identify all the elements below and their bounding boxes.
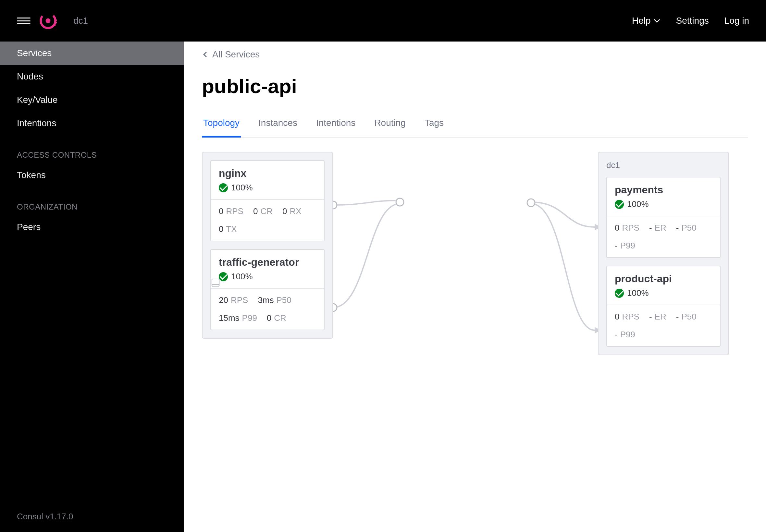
service-metrics: 0RPS -ER -P50 -P99 xyxy=(607,305,720,346)
main-content: All Services public-api Topology Instanc… xyxy=(184,42,766,532)
consul-logo-icon xyxy=(38,11,58,30)
service-card-product-api[interactable]: product-api 100% 0RPS -ER -P50 -P99 xyxy=(606,266,721,347)
health-status: 100% xyxy=(615,199,712,209)
service-metrics: 0RPS 0CR 0RX 0TX xyxy=(211,199,324,241)
settings-link[interactable]: Settings xyxy=(676,16,709,26)
breadcrumb-label: All Services xyxy=(212,49,260,60)
service-name: nginx xyxy=(219,167,316,179)
page-title: public-api xyxy=(202,75,748,98)
tabs: Topology Instances Intentions Routing Ta… xyxy=(202,118,748,138)
svg-point-2 xyxy=(54,17,56,19)
tab-instances[interactable]: Instances xyxy=(257,118,298,138)
help-menu[interactable]: Help xyxy=(632,16,661,26)
sidebar: Services Nodes Key/Value Intentions ACCE… xyxy=(0,42,184,532)
check-circle-icon xyxy=(615,289,624,298)
chevron-down-icon xyxy=(653,17,661,24)
breadcrumb-back[interactable]: All Services xyxy=(202,49,748,60)
sidebar-item-services[interactable]: Services xyxy=(0,42,184,65)
svg-point-8 xyxy=(396,198,404,206)
svg-point-3 xyxy=(55,19,57,21)
topbar-right: Help Settings Log in xyxy=(632,16,749,26)
help-label: Help xyxy=(632,16,651,26)
topology-canvas: nginx 100% 0RPS 0CR 0RX 0TX traffic-gene… xyxy=(202,152,748,398)
check-circle-icon xyxy=(615,200,624,209)
sidebar-section-org: ORGANIZATION xyxy=(0,196,184,215)
service-metrics: 0RPS -ER -P50 -P99 xyxy=(607,216,720,257)
service-name: product-api xyxy=(615,273,712,285)
service-card-nginx[interactable]: nginx 100% 0RPS 0CR 0RX 0TX xyxy=(210,160,324,241)
tab-tags[interactable]: Tags xyxy=(423,118,445,138)
sidebar-item-peers[interactable]: Peers xyxy=(0,215,184,239)
health-status: 100% xyxy=(219,272,316,282)
sidebar-item-tokens[interactable]: Tokens xyxy=(0,163,184,187)
downstream-dc-label: dc1 xyxy=(606,160,721,170)
upstreams-column: nginx 100% 0RPS 0CR 0RX 0TX traffic-gene… xyxy=(202,152,333,339)
login-link[interactable]: Log in xyxy=(724,16,749,26)
service-name: payments xyxy=(615,184,712,196)
chevron-left-icon xyxy=(202,50,208,59)
svg-point-9 xyxy=(527,199,535,207)
datacenter-selector[interactable]: dc1 xyxy=(73,16,88,26)
health-status: 100% xyxy=(615,288,712,298)
sidebar-section-access: ACCESS CONTROLS xyxy=(0,144,184,163)
sidebar-item-keyvalue[interactable]: Key/Value xyxy=(0,88,184,112)
sidebar-item-intentions[interactable]: Intentions xyxy=(0,112,184,135)
svg-point-1 xyxy=(46,18,51,23)
sidebar-item-nodes[interactable]: Nodes xyxy=(0,65,184,88)
dashboard-icon xyxy=(212,279,219,286)
tab-intentions[interactable]: Intentions xyxy=(315,118,357,138)
version-label: Consul v1.17.0 xyxy=(17,512,73,522)
downstreams-column: dc1 payments 100% 0RPS -ER -P50 -P99 xyxy=(598,152,729,355)
service-card-traffic-generator[interactable]: traffic-generator 100% 20RPS 3msP50 15ms… xyxy=(210,249,324,330)
health-status: 100% xyxy=(219,183,316,193)
menu-icon[interactable] xyxy=(17,14,30,28)
tab-topology[interactable]: Topology xyxy=(202,118,241,138)
service-card-payments[interactable]: payments 100% 0RPS -ER -P50 -P99 xyxy=(606,177,721,258)
service-metrics: 20RPS 3msP50 15msP99 0CR xyxy=(211,288,324,330)
topbar: dc1 Help Settings Log in xyxy=(0,0,766,42)
svg-point-4 xyxy=(55,22,57,24)
svg-point-5 xyxy=(54,24,56,26)
check-circle-icon xyxy=(219,183,228,192)
tab-routing[interactable]: Routing xyxy=(373,118,407,138)
service-name: traffic-generator xyxy=(219,256,316,268)
check-circle-icon xyxy=(219,272,228,281)
